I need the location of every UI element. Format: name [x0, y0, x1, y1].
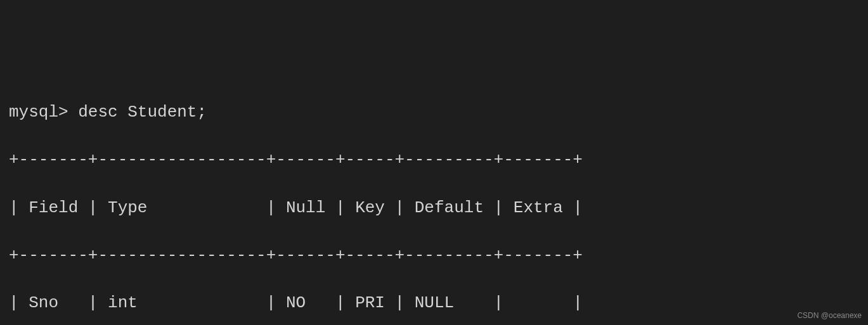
- table-border-top: +-------+-----------------+------+-----+…: [9, 148, 859, 172]
- header-extra: Extra: [514, 198, 563, 217]
- table-border-mid: +-------+-----------------+------+-----+…: [9, 244, 859, 268]
- cell-null: NO: [286, 293, 306, 312]
- watermark: CSDN @oceanexe: [797, 310, 862, 321]
- header-null: Null: [286, 198, 325, 217]
- cell-field: Sno: [29, 293, 58, 312]
- table-header-row: | Field | Type | Null | Key | Default | …: [9, 196, 859, 220]
- header-type: Type: [108, 198, 147, 217]
- mysql-prompt: mysql> desc Student;: [9, 101, 859, 125]
- header-default: Default: [415, 198, 484, 217]
- cell-default: NULL: [415, 293, 454, 312]
- cell-key: PRI: [355, 293, 385, 312]
- cell-type: int: [108, 293, 138, 312]
- header-field: Field: [29, 198, 78, 217]
- table-row: | Sno | int | NO | PRI | NULL | |: [9, 291, 859, 315]
- header-key: Key: [355, 198, 385, 217]
